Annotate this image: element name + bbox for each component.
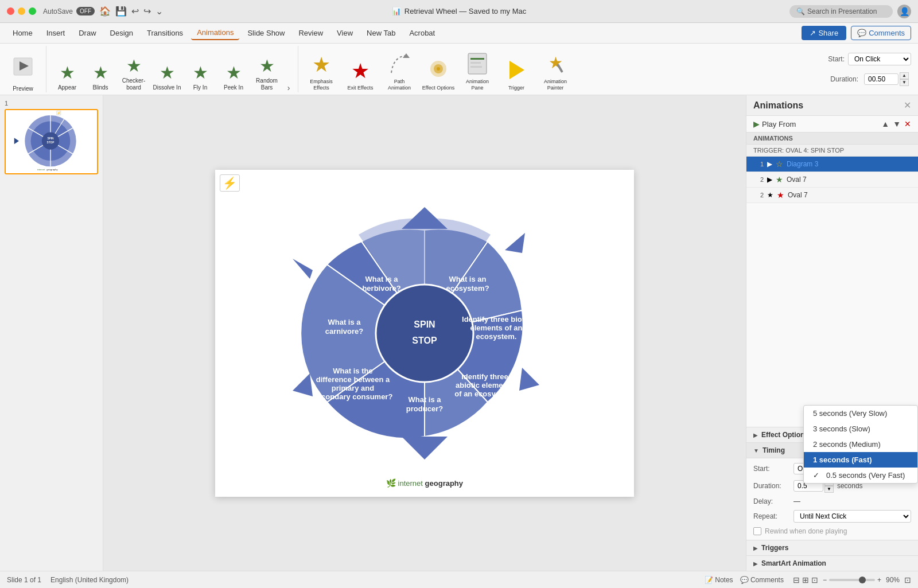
fit-to-window-button[interactable]: ⊡ — [904, 575, 911, 585]
panel-close-button[interactable]: ✕ — [904, 100, 911, 111]
repeat-select[interactable]: Until Next Click None 2 3 — [793, 510, 911, 523]
ribbon-btn-flyin[interactable]: ★ Fly In — [184, 58, 216, 92]
slide-canvas[interactable]: ⚡ — [215, 170, 634, 497]
rewind-checkbox[interactable] — [753, 527, 761, 535]
menu-newtab[interactable]: New Tab — [361, 26, 401, 40]
redo-icon[interactable]: ↪ — [143, 6, 151, 17]
app-icon: 📊 — [392, 7, 401, 15]
svg-text:★: ★ — [93, 63, 108, 82]
dropdown-1sec[interactable]: 1 seconds (Fast) — [804, 452, 917, 468]
duration-down-spin[interactable]: ▼ — [824, 486, 834, 493]
animation-item-diagram3[interactable]: 1 ▶ ☆ Diagram 3 — [746, 157, 918, 172]
play-from-button[interactable]: ▶ Play From — [753, 119, 796, 128]
ribbon-path-button[interactable]: Path Animation — [381, 48, 418, 92]
dropdown-05sec[interactable]: ✓ 0.5 seconds (Very Fast) — [804, 468, 917, 483]
start-select[interactable]: On Click With Previous After Previous — [848, 53, 911, 65]
svg-point-47 — [376, 285, 473, 382]
home-icon[interactable]: 🏠 — [99, 6, 111, 17]
slide-thumbnail[interactable]: SPIN STOP internet geography ⚡ — [5, 109, 98, 174]
normal-view-button[interactable]: ⊟ — [793, 575, 800, 585]
ribbon: Preview ★ Appear ★ Blinds ★ Checker-boar… — [0, 44, 918, 95]
wheel-diagram: SPIN STOP What is a herbivore? What is a… — [247, 184, 602, 482]
duration-dropdown: 5 seconds (Very Slow) 3 seconds (Slow) 2… — [803, 405, 918, 484]
play-icon: ▶ — [753, 119, 760, 128]
delete-animation-button[interactable]: ✕ — [904, 119, 911, 128]
ribbon-btn-peekin[interactable]: ★ Peek In — [217, 58, 250, 92]
move-up-button[interactable]: ▲ — [881, 119, 889, 128]
slide-sorter-button[interactable]: ⊞ — [802, 575, 809, 585]
svg-rect-16 — [470, 58, 484, 60]
duration-label: Duration: — [830, 75, 858, 83]
share-button[interactable]: ↗ Share — [802, 26, 846, 40]
reading-view-button[interactable]: ⊡ — [811, 575, 818, 585]
save-icon[interactable]: 💾 — [115, 6, 127, 17]
zoom-out-button[interactable]: − — [823, 576, 827, 584]
move-down-button[interactable]: ▼ — [893, 119, 901, 128]
zoom-slider[interactable] — [829, 579, 875, 581]
menu-animations[interactable]: Animations — [191, 26, 239, 40]
svg-text:herbivore?: herbivore? — [362, 284, 400, 293]
menu-acrobat[interactable]: Acrobat — [403, 26, 441, 40]
triggers-section-header[interactable]: ▶ Triggers — [746, 540, 918, 555]
ribbon-animation-painter-button[interactable]: ★ Animation Painter — [537, 48, 574, 92]
more-icon[interactable]: ⌄ — [155, 6, 163, 17]
menu-slideshow[interactable]: Slide Show — [242, 26, 290, 40]
dropdown-5sec[interactable]: 5 seconds (Very Slow) — [804, 406, 917, 421]
duration-down[interactable]: ▼ — [900, 79, 909, 86]
svg-text:★: ★ — [60, 63, 75, 82]
minimize-button[interactable] — [18, 7, 25, 15]
autosave-toggle[interactable]: OFF — [76, 7, 95, 15]
menu-insert[interactable]: Insert — [41, 26, 71, 40]
timing-arrow: ▼ — [753, 447, 759, 454]
preview-button[interactable]: Preview — [9, 56, 37, 92]
svg-rect-17 — [470, 62, 481, 64]
ribbon-btn-appear[interactable]: ★ Appear — [51, 58, 83, 92]
svg-point-14 — [437, 67, 440, 71]
ribbon-scroll-more[interactable]: › — [284, 83, 293, 92]
animation-item-oval7-1[interactable]: 2 ▶ ★ Oval 7 — [746, 172, 918, 188]
svg-text:internet: internet — [37, 168, 46, 171]
svg-text:carnivore?: carnivore? — [325, 327, 364, 336]
ribbon-btn-blinds[interactable]: ★ Blinds — [84, 58, 116, 92]
slide-thumbnail-inner: SPIN STOP internet geography ⚡ — [6, 110, 95, 173]
view-icons: 📝 Notes 💬 Comments — [705, 576, 784, 584]
menu-home[interactable]: Home — [7, 26, 38, 40]
zoom-in-button[interactable]: + — [877, 576, 881, 584]
notes-button[interactable]: 📝 Notes — [705, 576, 733, 584]
user-avatar[interactable]: 👤 — [897, 5, 911, 18]
dropdown-2sec[interactable]: 2 seconds (Medium) — [804, 437, 917, 452]
ribbon-exit-button[interactable]: ★ Exit Effects — [342, 54, 379, 92]
svg-text:abiotic elements: abiotic elements — [456, 381, 514, 390]
ribbon-effects-section: ★ Emphasis Effects ★ Exit Effects Path A… — [298, 46, 578, 92]
svg-marker-42 — [505, 233, 525, 253]
ribbon-btn-checkerboard[interactable]: ★ Checker-board — [118, 51, 150, 92]
menu-design[interactable]: Design — [104, 26, 139, 40]
ribbon-effect-options-button[interactable]: Effect Options — [420, 54, 457, 92]
fullscreen-button[interactable] — [29, 7, 36, 15]
search-bar[interactable]: 🔍 Search in Presentation — [789, 5, 893, 18]
effect-options-arrow: ▶ — [753, 432, 758, 438]
smartart-section-header[interactable]: ▶ SmartArt Animation — [746, 555, 918, 571]
duration-input[interactable]: 00.50 — [864, 73, 898, 85]
smartart-arrow: ▶ — [753, 560, 758, 567]
ribbon-btn-dissolve[interactable]: ★ Dissolve In — [151, 58, 183, 92]
menu-view[interactable]: View — [331, 26, 359, 40]
comments-status-button[interactable]: 💬 Comments — [740, 576, 784, 584]
autosave-label: AutoSave — [43, 7, 73, 15]
ribbon-emphasis-button[interactable]: ★ Emphasis Effects — [303, 48, 340, 92]
svg-marker-45 — [293, 373, 313, 396]
undo-icon[interactable]: ↩ — [131, 6, 139, 17]
ribbon-animation-pane-button[interactable]: Animation Pane — [459, 48, 496, 92]
duration-up[interactable]: ▲ — [900, 72, 909, 79]
close-button[interactable] — [7, 7, 14, 15]
menu-transitions[interactable]: Transitions — [141, 26, 189, 40]
svg-text:difference between a: difference between a — [316, 375, 390, 384]
svg-text:What is the: What is the — [333, 367, 372, 375]
ribbon-trigger-button[interactable]: Trigger — [498, 54, 535, 92]
dropdown-3sec[interactable]: 3 seconds (Slow) — [804, 421, 917, 437]
comments-button[interactable]: 💬 Comments — [851, 26, 911, 40]
animation-item-oval7-2[interactable]: 2 ★ ★ Oval 7 — [746, 188, 918, 203]
ribbon-btn-randombars[interactable]: ★ Random Bars — [251, 51, 283, 92]
menu-review[interactable]: Review — [293, 26, 329, 40]
menu-draw[interactable]: Draw — [73, 26, 102, 40]
